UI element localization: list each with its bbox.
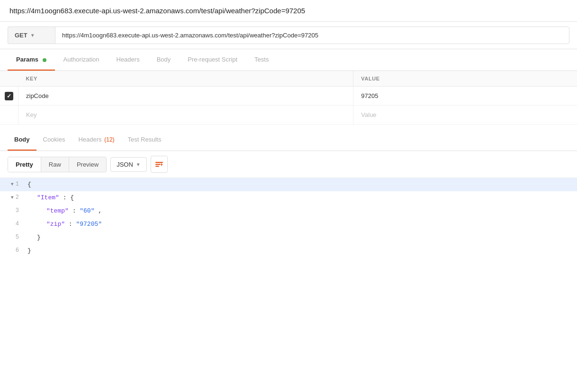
- line-arrow-1: ▼: [11, 182, 14, 187]
- line-num-5: ▼ 5: [0, 231, 24, 243]
- table-row-empty: Key Value: [0, 106, 577, 125]
- url-input[interactable]: [55, 27, 569, 44]
- wrap-icon: [155, 160, 163, 169]
- headers-badge: (12): [104, 136, 114, 143]
- resp-tab-headers-label: Headers: [78, 136, 101, 143]
- code-line-5: ▼ 5 }: [0, 231, 577, 244]
- line-num-4: ▼ 4: [0, 218, 24, 230]
- method-select[interactable]: GET ▼: [8, 27, 55, 44]
- code-line-4: ▼ 4 "zip" : "97205": [0, 218, 577, 231]
- tab-headers-label: Headers: [117, 56, 140, 63]
- response-tabs: Body Cookies Headers (12) Test Results: [0, 129, 577, 151]
- response-toolbar: Pretty Raw Preview JSON ▼: [0, 151, 577, 178]
- tab-headers[interactable]: Headers: [108, 49, 148, 71]
- line-num-2: ▼ 2: [0, 191, 24, 204]
- tab-body-label: Body: [157, 56, 171, 63]
- json-type-label: JSON: [117, 161, 133, 168]
- param-checkbox-2: [0, 106, 18, 125]
- resp-tab-cookies-label: Cookies: [43, 136, 65, 143]
- tab-tests[interactable]: Tests: [246, 49, 277, 71]
- line-num-1: ▼ 1: [0, 178, 24, 190]
- request-tabs: Params Authorization Headers Body Pre-re…: [0, 49, 577, 71]
- url-bar-text: https://4m1oogn683.execute-api.us-west-2…: [9, 7, 305, 15]
- code-view: ▼ 1 { ▼ 2 "Item" : { ▼ 3 "temp" :: [0, 178, 577, 258]
- tab-params[interactable]: Params: [8, 49, 55, 71]
- resp-tab-testresults[interactable]: Test Results: [121, 129, 168, 151]
- tab-tests-label: Tests: [254, 56, 269, 63]
- tab-prerequest[interactable]: Pre-request Script: [179, 49, 246, 71]
- params-table: KEY VALUE zipCode 97205 Key Value: [0, 71, 577, 125]
- code-line-3: ▼ 3 "temp" : "60" ,: [0, 205, 577, 218]
- checkbox-checked-icon[interactable]: [5, 92, 13, 100]
- col-header-key: KEY: [18, 71, 353, 87]
- tab-authorization-label: Authorization: [63, 56, 99, 63]
- tab-body[interactable]: Body: [148, 49, 180, 71]
- code-line-1: ▼ 1 {: [0, 178, 577, 191]
- svg-rect-0: [155, 162, 163, 163]
- line-num-6: ▼ 6: [0, 244, 24, 257]
- param-checkbox-1[interactable]: [0, 87, 18, 106]
- param-key-1[interactable]: zipCode: [18, 87, 353, 106]
- resp-tab-testresults-label: Test Results: [128, 136, 162, 143]
- table-row: zipCode 97205: [0, 87, 577, 106]
- svg-rect-2: [155, 166, 159, 167]
- col-header-value: VALUE: [353, 71, 577, 87]
- json-type-select[interactable]: JSON ▼: [110, 157, 147, 172]
- resp-tab-body[interactable]: Body: [8, 129, 36, 151]
- resp-tab-cookies[interactable]: Cookies: [36, 129, 72, 151]
- tab-params-label: Params: [16, 56, 38, 63]
- resp-tab-headers[interactable]: Headers (12): [72, 129, 121, 151]
- line-num-3: ▼ 3: [0, 205, 24, 217]
- param-value-1[interactable]: 97205: [353, 87, 577, 106]
- svg-rect-1: [155, 164, 161, 165]
- request-row: GET ▼: [0, 22, 577, 49]
- chevron-down-icon: ▼: [136, 162, 141, 167]
- tab-prerequest-label: Pre-request Script: [188, 56, 237, 63]
- format-preview-button[interactable]: Preview: [69, 157, 106, 172]
- method-label: GET: [15, 32, 27, 39]
- chevron-down-icon: ▼: [30, 33, 35, 38]
- param-key-placeholder[interactable]: Key: [18, 106, 353, 125]
- params-dot: [43, 58, 46, 62]
- format-raw-button[interactable]: Raw: [41, 157, 69, 172]
- tab-authorization[interactable]: Authorization: [55, 49, 108, 71]
- url-bar: https://4m1oogn683.execute-api.us-west-2…: [0, 0, 577, 22]
- line-arrow-2: ▼: [11, 195, 14, 200]
- code-line-2: ▼ 2 "Item" : {: [0, 191, 577, 205]
- format-btn-group: Pretty Raw Preview: [8, 157, 107, 172]
- format-pretty-button[interactable]: Pretty: [8, 157, 41, 172]
- code-line-6: ▼ 6 }: [0, 244, 577, 258]
- param-value-placeholder[interactable]: Value: [353, 106, 577, 125]
- resp-tab-body-label: Body: [14, 136, 30, 143]
- wrap-text-button[interactable]: [151, 156, 168, 173]
